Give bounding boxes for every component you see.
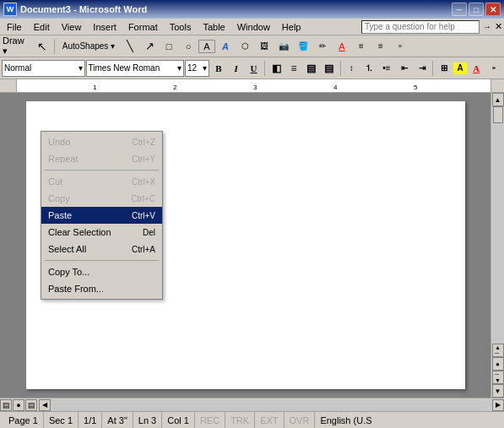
hscroll-left-button[interactable]: ◀ bbox=[39, 399, 51, 411]
font-color-button[interactable]: A bbox=[468, 60, 485, 77]
style-chevron: ▾ bbox=[79, 63, 83, 73]
font-color-tool[interactable]: A bbox=[333, 37, 351, 56]
select-cursor-button[interactable]: ↖ bbox=[33, 37, 51, 56]
nav-doc-start[interactable]: ▤ bbox=[0, 399, 12, 411]
decrease-indent-button[interactable]: ⇤ bbox=[396, 60, 413, 77]
hscroll-right-button[interactable]: ▶ bbox=[492, 399, 504, 411]
font-value: Times New Roman bbox=[89, 63, 160, 73]
menu-help[interactable]: Help bbox=[277, 19, 306, 35]
scroll-page-up-button[interactable]: ▲─ bbox=[492, 344, 504, 357]
ctx-copy-to[interactable]: Copy To... bbox=[41, 263, 162, 280]
align-center-group[interactable]: ≡ bbox=[371, 37, 390, 56]
oval-tool[interactable]: ○ bbox=[179, 37, 198, 56]
document-container: Undo Ctrl+Z Repeat Ctrl+Y Cut Ctrl+X Cop… bbox=[0, 93, 490, 398]
picture-tool[interactable]: 📷 bbox=[274, 37, 293, 56]
italic-button[interactable]: I bbox=[228, 60, 245, 77]
help-search-input[interactable] bbox=[361, 20, 480, 34]
menu-file[interactable]: File bbox=[2, 19, 27, 35]
menu-format[interactable]: Format bbox=[123, 19, 163, 35]
close-button[interactable]: ✕ bbox=[485, 3, 501, 16]
ctx-repeat[interactable]: Repeat Ctrl+Y bbox=[41, 150, 162, 167]
ctx-paste-label: Paste bbox=[48, 210, 72, 220]
align-left-button[interactable]: ◧ bbox=[268, 60, 285, 77]
ruler-right-end bbox=[490, 79, 504, 92]
align-right-button[interactable]: ▤ bbox=[303, 60, 320, 77]
ctx-paste-from[interactable]: Paste From... bbox=[41, 280, 162, 297]
scroll-track[interactable] bbox=[492, 106, 504, 344]
borders-button[interactable]: ⊞ bbox=[436, 60, 453, 77]
line-color-tool[interactable]: ✏ bbox=[313, 37, 332, 56]
font-size-dropdown[interactable]: 12 ▾ bbox=[185, 60, 209, 77]
bold-button[interactable]: B bbox=[210, 60, 227, 77]
ctx-paste[interactable]: Paste Ctrl+V bbox=[41, 207, 162, 224]
justify-button[interactable]: ▤ bbox=[321, 60, 338, 77]
status-sec: Sec 1 bbox=[44, 412, 79, 428]
fill-color-tool[interactable]: 🪣 bbox=[294, 37, 312, 56]
ruler-corner bbox=[0, 79, 17, 93]
window-controls[interactable]: ─ □ ✕ bbox=[452, 3, 501, 16]
menu-tools[interactable]: Tools bbox=[165, 19, 197, 35]
menu-edit[interactable]: Edit bbox=[29, 19, 55, 35]
ctx-cut[interactable]: Cut Ctrl+X bbox=[41, 173, 162, 190]
increase-indent-button[interactable]: ⇥ bbox=[414, 60, 431, 77]
status-ext: EXT bbox=[255, 412, 284, 428]
ctx-undo[interactable]: Undo Ctrl+Z bbox=[41, 133, 162, 150]
menu-bar: File Edit View Insert Format Tools Table… bbox=[0, 19, 504, 35]
menu-insert[interactable]: Insert bbox=[88, 19, 122, 35]
ruler-mark-5: 5 bbox=[414, 84, 417, 91]
bullets-button[interactable]: •≡ bbox=[378, 60, 395, 77]
help-close-icon[interactable]: ✕ bbox=[495, 21, 502, 32]
ctx-sep-1 bbox=[45, 170, 159, 171]
maximize-button[interactable]: □ bbox=[469, 3, 484, 16]
help-search-area: → ✕ bbox=[361, 20, 502, 34]
font-dropdown[interactable]: Times New Roman ▾ bbox=[86, 60, 184, 77]
ctx-copy[interactable]: Copy Ctrl+C bbox=[41, 190, 162, 207]
align-center-button[interactable]: ≡ bbox=[285, 60, 302, 77]
text-box-tool[interactable]: A bbox=[198, 40, 215, 53]
more-btn1[interactable]: » bbox=[391, 37, 409, 56]
line-spacing-button[interactable]: ↕ bbox=[343, 60, 360, 77]
ctx-copy-shortcut: Ctrl+C bbox=[131, 194, 155, 203]
help-search-arrow: → bbox=[483, 22, 491, 31]
menu-view[interactable]: View bbox=[57, 19, 87, 35]
ctx-select-all[interactable]: Select All Ctrl+A bbox=[41, 241, 162, 257]
scroll-select-button[interactable]: ● bbox=[492, 357, 504, 371]
hscroll-track[interactable] bbox=[51, 399, 492, 411]
nav-browse-object[interactable]: ● bbox=[13, 399, 24, 411]
style-value: Normal bbox=[4, 63, 31, 73]
autoshapes-button[interactable]: AutoShapes ▾ bbox=[57, 37, 120, 56]
more-fmt-btn[interactable]: » bbox=[485, 60, 502, 77]
ctx-clear-selection[interactable]: Clear Selection Del bbox=[41, 224, 162, 241]
horizontal-scroll-area: ▤ ● ▤ ◀ ▶ bbox=[0, 398, 504, 411]
scroll-down-button[interactable]: ▼ bbox=[492, 384, 504, 398]
nav-icons: ▤ ● ▤ bbox=[0, 399, 37, 411]
numbering-button[interactable]: ⒈ bbox=[360, 60, 377, 77]
rect-tool[interactable]: □ bbox=[160, 37, 178, 56]
status-position: 1/1 bbox=[79, 412, 102, 428]
highlight-button[interactable]: A bbox=[453, 62, 467, 74]
status-ovr: OVR bbox=[285, 412, 316, 428]
scroll-thumb[interactable] bbox=[493, 106, 503, 123]
clipart-tool[interactable]: 🖼 bbox=[255, 37, 274, 56]
scroll-up-button[interactable]: ▲ bbox=[492, 93, 504, 106]
main-area: Undo Ctrl+Z Repeat Ctrl+Y Cut Ctrl+X Cop… bbox=[0, 93, 504, 398]
menu-table[interactable]: Table bbox=[198, 19, 230, 35]
line-tool[interactable]: ╲ bbox=[121, 37, 139, 56]
menu-window[interactable]: Window bbox=[232, 19, 275, 35]
wordart-tool[interactable]: A bbox=[216, 37, 235, 56]
style-dropdown[interactable]: Normal ▾ bbox=[2, 60, 85, 77]
nav-doc-end[interactable]: ▤ bbox=[25, 399, 37, 411]
scroll-page-down-button[interactable]: ─▼ bbox=[492, 371, 504, 384]
ruler-mark-3: 3 bbox=[253, 84, 257, 91]
ctx-pastefrom-label: Paste From... bbox=[48, 284, 104, 294]
arrow-tool[interactable]: ↗ bbox=[140, 37, 159, 56]
draw-button[interactable]: Draw ▾ bbox=[2, 37, 32, 56]
align-left-group[interactable]: ≡ bbox=[352, 37, 371, 56]
minimize-button[interactable]: ─ bbox=[452, 3, 467, 16]
diagram-tool[interactable]: ⬡ bbox=[236, 37, 254, 56]
standard-toolbar: Draw ▾ ↖ AutoShapes ▾ ╲ ↗ □ ○ A A ⬡ 🖼 📷 … bbox=[0, 35, 504, 57]
underline-button[interactable]: U bbox=[246, 60, 263, 77]
status-page: Page 1 bbox=[3, 412, 44, 428]
ctx-undo-label: Undo bbox=[48, 137, 70, 147]
ctx-clear-shortcut: Del bbox=[143, 228, 155, 237]
